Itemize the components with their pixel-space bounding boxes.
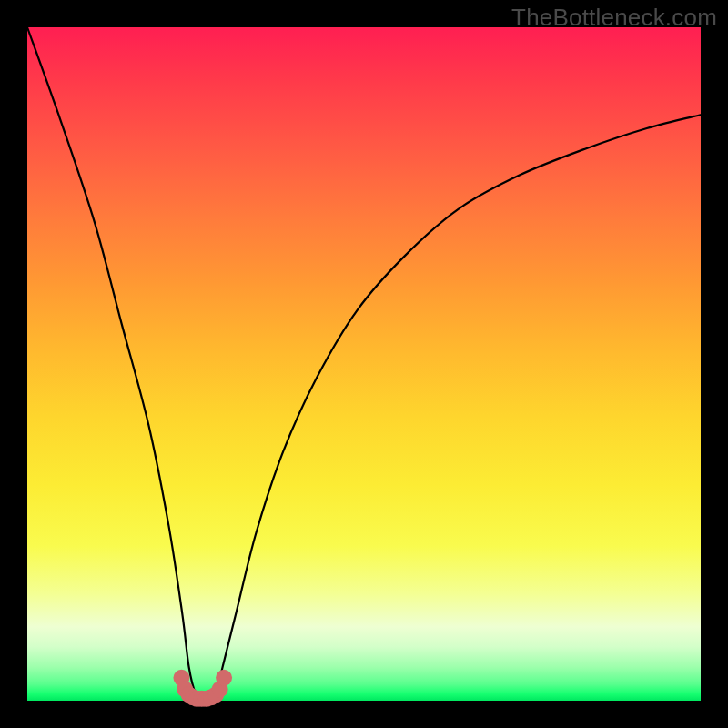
bottom-arc-markers xyxy=(173,670,232,707)
marker-dot xyxy=(216,670,232,686)
plot-area xyxy=(27,27,701,701)
watermark-text: TheBottleneck.com xyxy=(511,4,717,32)
curve-svg xyxy=(27,27,701,701)
chart-container: TheBottleneck.com xyxy=(0,0,728,728)
bottleneck-curve xyxy=(27,27,701,702)
